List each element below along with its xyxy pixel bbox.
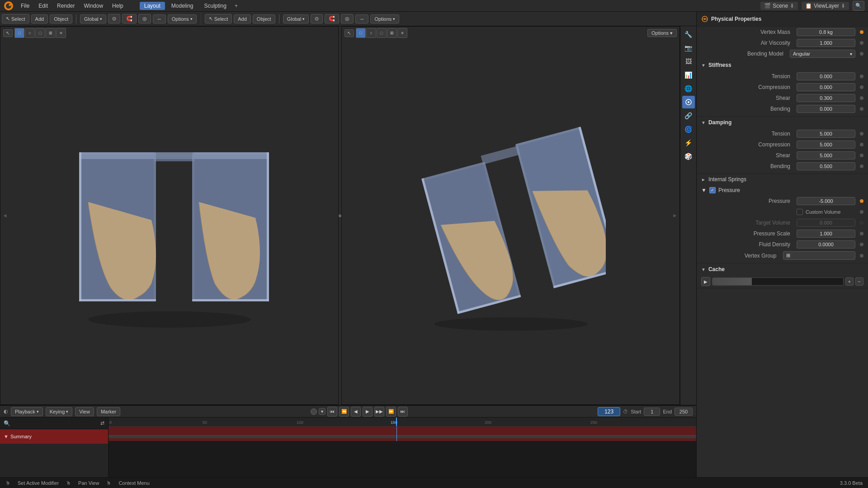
damping-shear-field[interactable]: 5.000 [797,151,855,160]
proportional-left[interactable]: ◎ [138,14,151,23]
proportional-right[interactable]: ◎ [341,14,354,23]
vertex-group-field[interactable]: ⊞ [783,251,856,260]
add-button-left[interactable]: Add [31,14,48,23]
menu-help[interactable]: Help [108,2,127,10]
timeline-search-swap[interactable]: ⇄ [100,420,104,426]
timeline-scrollbar-thumb[interactable] [108,436,696,438]
prev-frame-btn[interactable]: ⏪ [339,407,349,417]
options-left[interactable]: Options ▾ [168,14,197,23]
air-viscosity-field[interactable]: 1.000 [797,39,855,47]
viewlayer-selector[interactable]: 📋 ViewLayer ⬇ [802,2,849,10]
extras-select-btn-right[interactable]: ≡ [397,28,407,38]
lasso-select-btn-right[interactable]: ◌ [377,28,387,38]
tool-icon-9[interactable]: ⚡ [682,136,695,149]
viewport-left-collapse[interactable]: ◄ [2,212,8,219]
fluid-density-field[interactable]: 0.0000 [797,240,855,249]
transform-right[interactable]: Global ▾ [283,14,309,23]
track-area[interactable] [108,427,696,441]
damping-compression-field[interactable]: 5.000 [797,141,855,149]
tab-modeling[interactable]: Modeling [167,2,198,10]
snap-left[interactable]: 🧲 [122,14,137,23]
end-frame-input[interactable]: 250 [675,408,693,416]
damping-bending-dot[interactable] [860,164,863,168]
keyframe-dropdown[interactable]: ▾ [319,408,326,415]
vertex-mass-field[interactable]: 0.8 kg [797,28,855,36]
custom-volume-dot[interactable] [860,210,863,214]
damping-header[interactable]: ▼ Damping [697,117,868,128]
playback-menu[interactable]: Playback ▾ [11,407,43,416]
start-frame-input[interactable]: 1 [644,408,660,416]
menu-window[interactable]: Window [80,2,107,10]
circle-select-btn-right[interactable]: ○ [366,28,376,38]
current-frame-input[interactable]: 123 [598,407,620,416]
keyframe-dot[interactable] [311,408,317,415]
vertex-mass-dot[interactable] [860,30,863,34]
stiffness-bending-dot[interactable] [860,107,863,111]
transform-left[interactable]: Global ▾ [80,14,106,23]
menu-file[interactable]: File [17,2,33,10]
pressure-scale-field[interactable]: 1.000 [797,230,855,238]
tool-icon-7[interactable]: 🔗 [682,109,695,122]
cache-play-btn[interactable]: ▶ [701,277,710,286]
stiffness-header[interactable]: ▼ Stiffness [697,59,868,71]
timeline-view-icon[interactable]: ◐ [4,408,8,414]
timeline-scrollbar[interactable] [108,436,696,438]
menu-render[interactable]: Render [53,2,78,10]
play-btn[interactable]: ▶ [363,407,373,417]
view-mode-btn-left[interactable]: ↖ [3,29,13,37]
lasso-select-btn[interactable]: ◌ [35,28,45,38]
air-viscosity-dot[interactable] [860,41,863,45]
pressure-header[interactable]: ▼ ✓ Pressure [697,185,868,196]
prev-keyframe-btn[interactable]: ◀ [351,407,361,417]
pressure-dot[interactable] [860,199,863,203]
bending-model-dot[interactable] [860,52,863,56]
vertex-group-dot[interactable] [860,254,863,258]
snap-right[interactable]: 🧲 [325,14,339,23]
viewport-left[interactable]: ↖ □ ○ ◌ ⊞ ≡ [0,26,339,405]
stiffness-shear-dot[interactable] [860,96,863,100]
pivot-left[interactable]: ⊙ [108,14,120,23]
options-right[interactable]: Options ▾ [370,14,399,23]
tool-icon-10[interactable]: 🎲 [682,150,695,163]
extra-select-btn-right[interactable]: ⊞ [387,28,397,38]
stiffness-shear-field[interactable]: 0.300 [797,94,855,102]
viewport-right[interactable]: ↖ □ ○ ◌ ⊞ ≡ Options ▾ [341,26,680,405]
tool-icon-1[interactable]: 🔧 [682,28,695,41]
next-frame-btn[interactable]: ⏩ [386,407,396,417]
tool-icon-4[interactable]: 📊 [682,69,695,81]
damping-shear-dot[interactable] [860,154,863,157]
damping-tension-dot[interactable] [860,132,863,136]
pressure-value-field[interactable]: -5.000 [797,197,855,205]
damping-bending-field[interactable]: 0.500 [797,162,855,170]
object-button-left[interactable]: Object [50,14,72,23]
cache-header[interactable]: ▼ Cache [697,263,868,275]
stiffness-compression-field[interactable]: 0.000 [797,83,855,91]
object-button-right[interactable]: Object [253,14,275,23]
keying-menu[interactable]: Keying ▾ [46,407,73,416]
custom-volume-checkbox[interactable] [797,209,803,215]
move-left[interactable]: ↔ [153,14,166,23]
tool-icon-5[interactable]: 🌐 [682,82,695,95]
menu-edit[interactable]: Edit [35,2,52,10]
options-btn-right[interactable]: Options ▾ [647,30,677,36]
skip-end-btn[interactable]: ⏭ [398,407,408,417]
damping-compression-dot[interactable] [860,143,863,146]
extras-select-btn[interactable]: ≡ [56,28,66,38]
tool-icon-6-physics[interactable] [682,96,695,108]
marker-menu[interactable]: Marker [97,407,120,416]
stiffness-compression-dot[interactable] [860,85,863,89]
cache-plus-btn[interactable]: + [845,277,854,286]
move-right[interactable]: ↔ [355,14,368,23]
tab-sculpting[interactable]: Sculpting [200,2,231,10]
next-keyframe-btn[interactable]: ▶▶ [374,407,384,417]
timeline-tracks-content[interactable]: 0 50 100 150 200 250 [108,418,696,477]
cache-minus-btn[interactable]: − [855,277,863,286]
summary-track[interactable]: ▼ Summary [0,429,108,444]
internal-springs-section[interactable]: ► Internal Springs [697,174,868,185]
damping-tension-field[interactable]: 5.000 [797,130,855,138]
add-workspace-icon[interactable]: + [235,3,238,9]
scene-selector[interactable]: 🎬 Scene ⬇ [760,2,798,10]
view-menu[interactable]: View [75,407,94,416]
stiffness-tension-field[interactable]: 0.000 [797,72,855,80]
tool-icon-2[interactable]: 📷 [682,42,695,54]
